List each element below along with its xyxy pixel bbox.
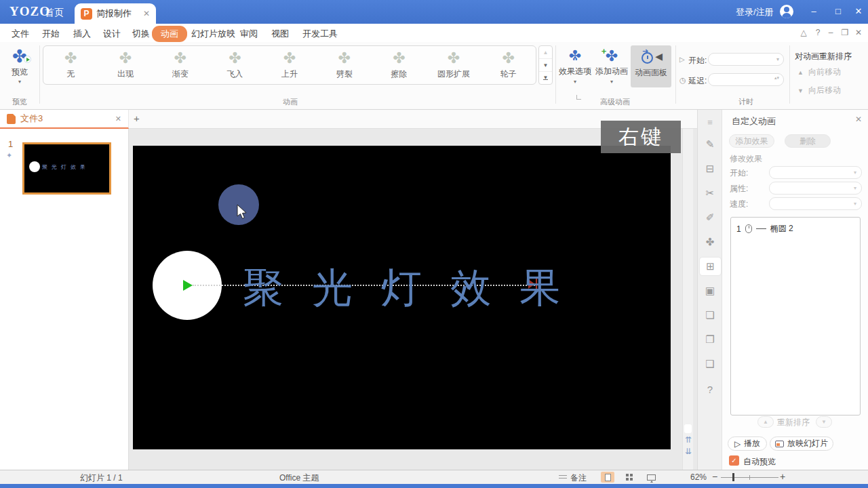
group-label-preview: 预览 <box>0 97 39 107</box>
home-tab[interactable]: 首页 <box>45 7 64 19</box>
move-down-icon: ▼ <box>797 87 804 94</box>
window-minimize-button[interactable]: – <box>807 6 821 17</box>
move-earlier-button[interactable]: ▲向前移动 <box>797 66 841 78</box>
menu-developer[interactable]: 开发工具 <box>302 28 338 40</box>
menu-design[interactable]: 设计 <box>103 28 121 40</box>
effect-options-dropdown-icon: ▾ <box>574 79 576 85</box>
autopreview-checkbox-checked[interactable]: ✓ <box>729 455 739 466</box>
timing-delay-input[interactable]: ▴▾ <box>708 73 784 86</box>
spinner-icon[interactable]: ▴▾ <box>774 75 779 80</box>
animation-pinwheel-icon[interactable]: ✤ <box>698 233 722 251</box>
reorder-down-button[interactable]: ▼ <box>816 416 832 428</box>
menu-transitions[interactable]: 切换 <box>132 28 150 40</box>
zoom-out-button[interactable]: − <box>712 471 717 482</box>
copy-tool-icon[interactable]: ❐ <box>698 331 722 348</box>
next-slide-icon[interactable]: ⇊ <box>683 447 694 456</box>
gallery-item-label: 圆形扩展 <box>437 68 470 80</box>
menu-animations-active[interactable]: 动画 <box>152 26 187 42</box>
animation-list-item[interactable]: 1 椭圆 2 <box>736 223 793 235</box>
help-circle-icon[interactable]: ? <box>698 381 722 399</box>
previous-slide-icon[interactable]: ⇈ <box>683 435 694 445</box>
plus-icon: + <box>601 47 607 56</box>
add-animation-button[interactable]: ✤ + 添加动画 ▾ <box>594 45 629 87</box>
gallery-item-wheel[interactable]: ✤轮子 <box>481 46 536 84</box>
gallery-item-wipe[interactable]: ✤擦除 <box>372 46 427 84</box>
document-window-tab-close-icon[interactable]: ✕ <box>143 9 150 18</box>
animation-panel-icon: ➜ ◀ <box>639 49 663 65</box>
add-effect-button[interactable]: 添加效果 <box>729 134 774 148</box>
document-window-tab[interactable]: P 简报制作 ✕ <box>75 3 156 24</box>
doc-restore-icon[interactable]: ❐ <box>840 28 850 37</box>
effect-options-button[interactable]: ✤ + 效果选项 ▾ <box>557 45 593 87</box>
motion-path-start-icon <box>183 280 193 291</box>
panel-grip-icon[interactable]: ≡ <box>698 114 722 131</box>
doc-close-icon[interactable]: ✕ <box>853 28 864 37</box>
menu-insert[interactable]: 插入 <box>73 28 91 40</box>
canvas-vertical-scrollbar[interactable]: ⇈ ⇊ <box>682 129 693 470</box>
help-icon[interactable]: ? <box>812 28 823 37</box>
gallery-item-rise[interactable]: ✤上升 <box>262 46 317 84</box>
panel-close-icon[interactable]: ✕ <box>855 115 862 124</box>
slide-sorter-view-button[interactable] <box>623 472 636 483</box>
login-register-link[interactable]: 登录/注册 <box>736 6 774 18</box>
window-close-button[interactable]: ✕ <box>852 6 865 17</box>
file-tab-active[interactable]: 文件3 ✕ <box>0 110 129 129</box>
start-dropdown[interactable]: ▾ <box>769 166 862 179</box>
gallery-item-split[interactable]: ✤劈裂 <box>317 46 372 84</box>
menu-file[interactable]: 文件 <box>12 28 29 40</box>
menu-slideshow[interactable]: 幻灯片放映 <box>191 28 235 40</box>
property-dropdown[interactable]: ▾ <box>769 182 862 195</box>
gallery-item-label: 出现 <box>117 68 134 80</box>
reorder-up-button[interactable]: ▲ <box>757 416 774 428</box>
zoom-slider-handle[interactable] <box>732 473 734 481</box>
doc-minimize-icon[interactable]: – <box>825 28 836 37</box>
theme-name[interactable]: Office 主题 <box>279 472 319 484</box>
file-tab-close-icon[interactable]: ✕ <box>115 115 121 123</box>
delete-effect-button[interactable]: 删除 <box>785 134 831 148</box>
slideshow-button[interactable]: 放映幻灯片 <box>770 436 833 451</box>
speed-dropdown[interactable]: ▾ <box>769 197 862 210</box>
scrollbar-thumb[interactable] <box>684 424 692 433</box>
window-maximize-button[interactable]: □ <box>831 6 845 17</box>
menu-review[interactable]: 审阅 <box>240 28 258 40</box>
gallery-item-none[interactable]: ✤无 <box>43 46 98 84</box>
edit-note-icon[interactable]: ❑ <box>698 355 722 373</box>
notes-toggle[interactable]: 备注 <box>570 472 587 484</box>
gallery-item-fly-in[interactable]: ✤飞入 <box>208 46 262 84</box>
pen-tool-icon[interactable]: ✎ <box>698 136 722 153</box>
play-button[interactable]: ▷ 播放 <box>728 436 767 451</box>
slide-title-text[interactable]: 聚光灯效果 <box>243 261 589 316</box>
move-later-button[interactable]: ▼向后移动 <box>797 85 841 96</box>
save-tool-icon[interactable]: ❏ <box>698 306 722 324</box>
preview-button[interactable]: ✤ 预览 ▾ <box>3 45 37 92</box>
user-avatar-icon[interactable] <box>780 5 793 18</box>
thumbnail-title-text: 聚 光 灯 效 果 <box>42 163 87 171</box>
format-brush-icon[interactable]: ✐ <box>698 209 722 226</box>
settings-sliders-icon[interactable]: ⊟ <box>698 160 722 178</box>
zoom-in-button[interactable]: + <box>780 471 785 482</box>
menu-home[interactable]: 开始 <box>42 28 60 40</box>
shapes-grid-icon-selected[interactable]: ⊞ <box>700 258 721 275</box>
cut-tool-icon[interactable]: ✂ <box>698 184 722 202</box>
slide-thumbnail[interactable]: 聚 光 灯 效 果 <box>22 142 111 195</box>
gallery-scroll-down-icon[interactable]: ▼ <box>539 58 552 71</box>
group-label-advanced-animation: 高级动画 <box>557 97 673 107</box>
gallery-more-icon[interactable]: ▼ <box>539 71 552 84</box>
gallery-item-appear[interactable]: ✤出现 <box>98 46 153 84</box>
slide-canvas[interactable]: 聚光灯效果 <box>133 146 671 449</box>
menu-view[interactable]: 视图 <box>271 28 289 40</box>
timing-start-input[interactable]: ▾ <box>708 53 784 66</box>
slideshow-view-button[interactable] <box>644 472 658 483</box>
normal-view-button-active[interactable] <box>601 472 614 483</box>
new-document-tab-button[interactable]: + <box>134 113 140 124</box>
gallery-scroll-up-icon[interactable]: ▲ <box>539 46 552 58</box>
modify-effect-label: 修改效果 <box>730 153 762 165</box>
pinwheel-icon: ✤ <box>229 51 241 66</box>
gallery-item-fade[interactable]: ✤渐变 <box>153 46 208 84</box>
animation-panel-button[interactable]: ➜ ◀ 动画面板 <box>631 45 671 87</box>
statusbar: 幻灯片 1 / 1 Office 主题 备注 62% − + <box>0 470 868 484</box>
reorder-label: 重新排序 <box>777 417 810 428</box>
gallery-item-circle-expand[interactable]: ✤圆形扩展 <box>427 46 481 84</box>
image-tool-icon[interactable]: ▣ <box>698 282 722 300</box>
collapse-ribbon-icon[interactable]: △ <box>798 28 809 37</box>
